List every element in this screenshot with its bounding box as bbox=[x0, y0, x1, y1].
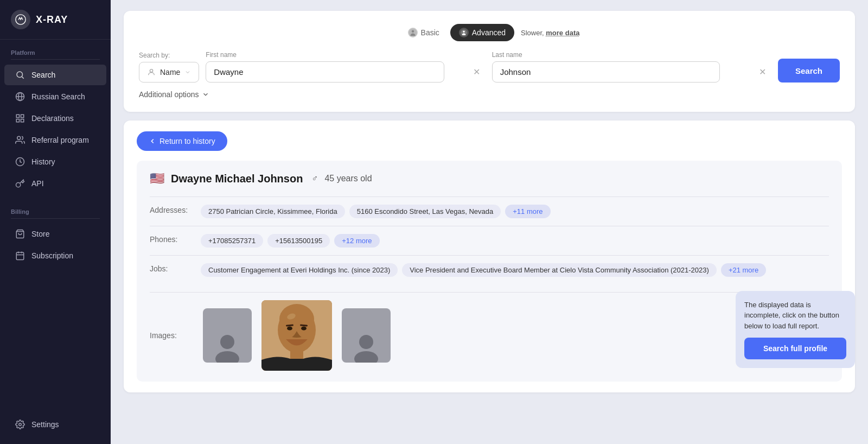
sidebar-item-declarations[interactable]: Declarations bbox=[4, 108, 106, 129]
clear-first-name-button[interactable]: ✕ bbox=[473, 67, 480, 77]
additional-options-label: Additional options bbox=[139, 90, 199, 99]
billing-divider bbox=[11, 218, 100, 219]
sidebar: X-RAY Platform Search Russian Search Dec… bbox=[0, 0, 111, 444]
addresses-tags: 2750 Patrician Circle, Kissimmee, Florid… bbox=[201, 205, 551, 218]
last-name-label: Last name bbox=[492, 51, 771, 59]
sidebar-item-api[interactable]: API bbox=[4, 173, 106, 194]
first-name-input[interactable] bbox=[206, 61, 444, 83]
address-tag-1[interactable]: 5160 Escondido Street, Las Vegas, Nevada bbox=[349, 205, 501, 218]
svg-point-1 bbox=[17, 72, 23, 78]
mode-slow-text: Slower, more data bbox=[521, 29, 579, 37]
address-tag-more[interactable]: +11 more bbox=[505, 205, 550, 218]
platform-section-label: Platform bbox=[0, 40, 111, 59]
clock-icon bbox=[15, 157, 25, 167]
sidebar-settings-label: Settings bbox=[31, 420, 59, 429]
search-by-value: Name bbox=[160, 68, 180, 77]
last-name-input-wrap: ✕ bbox=[492, 61, 771, 83]
search-icon bbox=[15, 70, 25, 80]
tooltip-panel: The displayed data is incomplete, click … bbox=[736, 291, 855, 369]
settings-icon bbox=[15, 420, 25, 429]
search-by-group: Search by: Name bbox=[139, 52, 199, 83]
svg-point-24 bbox=[220, 335, 234, 349]
images-row: Images: bbox=[150, 292, 829, 371]
search-by-button[interactable]: Name bbox=[139, 62, 199, 83]
profile-header: 🇺🇸 Dwayne Michael Johnson ♂ 45 years old bbox=[150, 172, 829, 186]
first-name-input-wrap: ✕ bbox=[206, 61, 485, 83]
profile-age: 45 years old bbox=[324, 174, 372, 183]
chevron-down-icon bbox=[184, 69, 191, 75]
mode-advanced-label: Advanced bbox=[472, 28, 506, 37]
sidebar-item-subscription[interactable]: Subscription bbox=[4, 245, 106, 266]
phone-tag-0[interactable]: +17085257371 bbox=[201, 234, 263, 248]
svg-point-28 bbox=[279, 304, 314, 334]
sidebar-item-store[interactable]: Store bbox=[4, 224, 106, 244]
svg-line-2 bbox=[22, 77, 23, 78]
svg-point-18 bbox=[19, 423, 22, 426]
mode-advanced-button[interactable]: Advanced bbox=[450, 24, 514, 41]
search-button[interactable]: Search bbox=[778, 59, 840, 83]
sidebar-item-search[interactable]: Search bbox=[4, 65, 106, 85]
logo-text: X-RAY bbox=[36, 14, 68, 26]
job-tag-more[interactable]: +21 more bbox=[721, 263, 766, 277]
grid-icon bbox=[15, 113, 25, 123]
svg-point-25 bbox=[215, 351, 239, 363]
svg-point-22 bbox=[463, 31, 465, 33]
globe-icon bbox=[15, 92, 25, 102]
first-name-group: First name ✕ bbox=[206, 51, 485, 83]
users-icon bbox=[15, 135, 25, 145]
return-to-history-button[interactable]: Return to history bbox=[137, 131, 227, 151]
phones-label: Phones: bbox=[150, 234, 193, 244]
svg-rect-14 bbox=[16, 252, 24, 260]
svg-point-12 bbox=[16, 183, 21, 187]
profile-photo bbox=[261, 300, 332, 371]
sidebar-item-history[interactable]: History bbox=[4, 151, 106, 172]
sidebar-store-label: Store bbox=[31, 230, 49, 238]
image-placeholder-2 bbox=[342, 308, 391, 363]
phone-tag-1[interactable]: +15613500195 bbox=[267, 234, 330, 248]
first-name-label: First name bbox=[206, 51, 485, 59]
address-tag-0[interactable]: 2750 Patrician Circle, Kissimmee, Florid… bbox=[201, 205, 345, 218]
sidebar-search-label: Search bbox=[31, 71, 55, 79]
last-name-group: Last name ✕ bbox=[492, 51, 771, 83]
phone-tag-more[interactable]: +12 more bbox=[334, 234, 379, 248]
advanced-mode-icon bbox=[459, 28, 469, 37]
svg-point-30 bbox=[301, 327, 307, 331]
search-full-profile-button[interactable]: Search full profile bbox=[744, 338, 846, 359]
images-label: Images: bbox=[150, 331, 193, 340]
job-tag-0[interactable]: Customer Engagement at Everi Holdings In… bbox=[201, 263, 398, 277]
svg-rect-7 bbox=[21, 115, 24, 117]
basic-mode-icon bbox=[408, 28, 418, 37]
sidebar-history-label: History bbox=[31, 157, 55, 166]
sidebar-declarations-label: Declarations bbox=[31, 114, 74, 123]
sidebar-russian-search-label: Russian Search bbox=[31, 92, 85, 101]
search-panel: Basic Advanced Slower, more data Search … bbox=[124, 11, 855, 112]
search-row: Search by: Name First name ✕ Last name bbox=[139, 51, 840, 83]
mode-basic-label: Basic bbox=[421, 28, 439, 37]
last-name-input[interactable] bbox=[492, 61, 720, 83]
sidebar-item-russian-search[interactable]: Russian Search bbox=[4, 86, 106, 107]
tooltip-text: The displayed data is incomplete, click … bbox=[744, 300, 846, 332]
jobs-label: Jobs: bbox=[150, 263, 193, 273]
job-tag-1[interactable]: Vice President and Executive Board Membe… bbox=[402, 263, 717, 277]
sidebar-item-referral[interactable]: Referral program bbox=[4, 130, 106, 150]
arrow-left-icon bbox=[149, 137, 156, 145]
silhouette-icon-2 bbox=[353, 333, 380, 363]
addresses-label: Addresses: bbox=[150, 205, 193, 214]
search-by-label: Search by: bbox=[139, 52, 199, 59]
main-content: Basic Advanced Slower, more data Search … bbox=[111, 0, 868, 444]
svg-point-10 bbox=[17, 136, 21, 139]
additional-options[interactable]: Additional options bbox=[139, 90, 840, 99]
logo: X-RAY bbox=[0, 0, 111, 40]
phones-tags: +17085257371 +15613500195 +12 more bbox=[201, 234, 380, 248]
mode-basic-button[interactable]: Basic bbox=[399, 24, 448, 41]
svg-point-29 bbox=[287, 327, 292, 331]
jobs-tags: Customer Engagement at Everi Holdings In… bbox=[201, 263, 766, 277]
clear-last-name-button[interactable]: ✕ bbox=[759, 67, 766, 77]
sidebar-api-label: API bbox=[31, 179, 44, 188]
sidebar-item-settings[interactable]: Settings bbox=[4, 414, 106, 435]
key-icon bbox=[15, 179, 25, 188]
profile-name: Dwayne Michael Johnson bbox=[171, 173, 303, 185]
flag-icon: 🇺🇸 bbox=[150, 172, 164, 186]
silhouette-icon-1 bbox=[214, 333, 241, 363]
phones-row: Phones: +17085257371 +15613500195 +12 mo… bbox=[150, 226, 829, 255]
